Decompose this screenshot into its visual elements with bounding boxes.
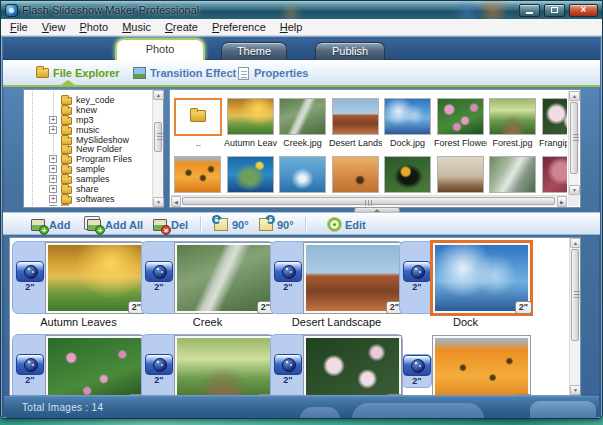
add-all-button[interactable]: + Add All — [87, 216, 143, 233]
slide-photo[interactable]: 2" — [46, 243, 143, 313]
tree-item[interactable]: New Folder — [25, 144, 151, 154]
scroll-up-icon[interactable]: ▲ — [569, 91, 580, 101]
slides-vertical-scrollbar[interactable]: ▲ ▼ — [569, 238, 580, 395]
expand-icon[interactable] — [49, 126, 57, 134]
close-button[interactable]: × — [569, 4, 598, 17]
thumbnail[interactable] — [332, 98, 379, 135]
slide-photo[interactable]: 2" — [304, 336, 401, 396]
transition-button[interactable]: 2" — [402, 354, 432, 388]
transition-button[interactable]: 2" — [144, 354, 174, 385]
expand-icon[interactable] — [49, 116, 57, 124]
scroll-down-icon[interactable]: ▼ — [153, 197, 164, 207]
thumbnail[interactable] — [437, 98, 484, 135]
tree-item[interactable]: sample — [25, 164, 151, 174]
scrollbar-thumb[interactable] — [154, 122, 162, 152]
thumbnail[interactable] — [542, 156, 567, 193]
rotate-right-button[interactable]: 90° — [259, 216, 294, 233]
browser-horizontal-scrollbar[interactable]: ◀ ▶ — [171, 195, 567, 206]
transition-button[interactable]: 2" — [144, 261, 174, 292]
thumbnail-parent-folder[interactable] — [174, 98, 222, 136]
scrollbar-thumb[interactable] — [571, 249, 579, 341]
slide-item[interactable]: 2" 2" — [270, 241, 403, 314]
thumbnail[interactable] — [279, 156, 326, 193]
scroll-left-icon[interactable]: ◀ — [171, 196, 181, 207]
minimize-button[interactable] — [519, 4, 540, 17]
thumbnail[interactable] — [489, 98, 536, 135]
expand-icon[interactable] — [49, 175, 57, 183]
thumbnail[interactable] — [384, 98, 431, 135]
expand-icon[interactable] — [49, 185, 57, 193]
menu-view[interactable]: View — [35, 20, 73, 34]
slide-item-selected[interactable]: 2" 2" — [399, 241, 532, 314]
transition-button[interactable]: 2" — [273, 354, 303, 385]
browser-vertical-scrollbar[interactable]: ▲ ▼ — [568, 91, 579, 195]
menu-help[interactable]: Help — [273, 20, 310, 34]
scroll-up-icon[interactable]: ▲ — [570, 238, 581, 248]
tab-photo[interactable]: Photo — [115, 38, 205, 60]
transition-button[interactable]: 2" — [273, 261, 303, 292]
thumbnail[interactable] — [384, 156, 431, 193]
scroll-down-icon[interactable]: ▼ — [570, 385, 581, 395]
tree-item[interactable]: softwares — [25, 194, 151, 204]
slide-item[interactable]: 2" 2" — [270, 334, 403, 396]
slide-item[interactable]: 2" 2" — [12, 241, 145, 314]
tree-item[interactable]: mp3 — [25, 115, 151, 125]
slide-photo[interactable]: 2" — [46, 336, 143, 396]
menu-music[interactable]: Music — [115, 20, 158, 34]
thumbnail[interactable] — [332, 156, 379, 193]
tree-item[interactable]: samples — [25, 174, 151, 184]
thumbnail[interactable] — [227, 156, 274, 193]
rotate-left-button[interactable]: 90° — [214, 216, 249, 233]
title-bar[interactable]: Flash Slideshow Maker Professional × — [1, 1, 602, 19]
thumbnail[interactable] — [279, 98, 326, 135]
subtab-file-explorer[interactable]: File Explorer — [53, 67, 120, 79]
slide-item[interactable]: 2" 2" — [12, 334, 145, 396]
thumbnail[interactable] — [489, 156, 536, 193]
expand-icon[interactable] — [49, 195, 57, 203]
edit-button[interactable]: Edit — [328, 216, 366, 233]
subtab-transition-effect[interactable]: Transition Effect — [150, 67, 236, 79]
transition-button[interactable]: 2" — [402, 261, 432, 292]
menu-photo[interactable]: Photo — [72, 20, 115, 34]
slide-item[interactable]: 2" 2" — [399, 334, 532, 396]
transition-button[interactable]: 2" — [15, 261, 45, 292]
scrollbar-thumb[interactable] — [570, 102, 578, 174]
tree-vertical-scrollbar[interactable]: ▲ ▼ — [152, 90, 163, 207]
menu-create[interactable]: Create — [158, 20, 205, 34]
thumbnail[interactable] — [227, 98, 274, 135]
thumbnail[interactable] — [437, 156, 484, 193]
menu-preference[interactable]: Preference — [205, 20, 273, 34]
tree-item[interactable]: key_code — [25, 95, 151, 105]
expand-icon[interactable] — [49, 165, 57, 173]
tab-theme[interactable]: Theme — [221, 42, 287, 60]
tree-item[interactable]: MySlideshow — [25, 135, 151, 145]
tab-publish[interactable]: Publish — [315, 42, 385, 60]
tree-item[interactable]: knew — [25, 105, 151, 115]
scroll-down-icon[interactable]: ▼ — [569, 185, 580, 195]
slide-item[interactable]: 2" 2" — [141, 241, 274, 314]
tree-item[interactable]: Program Files — [25, 154, 151, 164]
expand-icon[interactable] — [49, 205, 57, 206]
delete-button[interactable]: × Del — [153, 216, 188, 233]
thumbnail-grid: .. Autumn Leaves.j... Creek.jpg Desert L… — [171, 91, 567, 195]
expand-icon[interactable] — [49, 155, 57, 163]
slide-photo[interactable]: 2" — [433, 336, 530, 396]
add-button[interactable]: + Add — [31, 216, 70, 233]
slide-photo[interactable]: 2" — [175, 336, 272, 396]
slide-photo[interactable]: 2" — [304, 243, 401, 313]
slide-photo[interactable]: 2" — [433, 243, 530, 313]
thumbnail[interactable] — [542, 98, 567, 135]
tree-item[interactable]: music — [25, 125, 151, 135]
subtab-properties[interactable]: Properties — [254, 67, 308, 79]
scroll-up-icon[interactable]: ▲ — [153, 90, 164, 100]
tree-item[interactable]: share — [25, 184, 151, 194]
scroll-right-icon[interactable]: ▶ — [557, 196, 567, 207]
thumbnail[interactable] — [174, 156, 221, 193]
menu-file[interactable]: File — [3, 20, 35, 34]
tree-item[interactable]: svn — [25, 204, 151, 206]
scrollbar-thumb[interactable] — [182, 197, 555, 205]
maximize-button[interactable] — [544, 4, 565, 17]
slide-photo[interactable]: 2" — [175, 243, 272, 313]
transition-button[interactable]: 2" — [15, 354, 45, 385]
slide-item[interactable]: 2" 2" — [141, 334, 274, 396]
